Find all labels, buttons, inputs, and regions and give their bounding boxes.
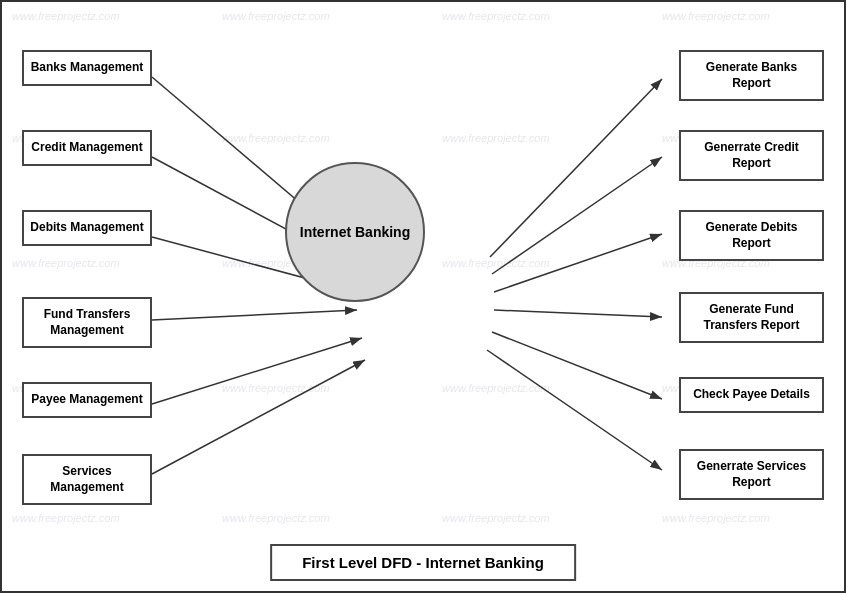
watermark-7: www.freeprojectz.com — [442, 132, 550, 144]
arrow-services-in — [152, 360, 365, 474]
banks-report-box: Generate Banks Report — [679, 50, 824, 101]
title-box: First Level DFD - Internet Banking — [270, 544, 576, 581]
watermark-19: www.freeprojectz.com — [442, 512, 550, 524]
arrow-credit-out — [492, 157, 662, 274]
services-report-label: Generrate Services Report — [697, 459, 806, 489]
arrow-fund-in — [152, 310, 357, 320]
fund-management-box: Fund Transfers Management — [22, 297, 152, 348]
credit-report-label: Generrate Credit Report — [704, 140, 799, 170]
center-circle: Internet Banking — [285, 162, 425, 302]
main-container: www.freeprojectz.com www.freeprojectz.co… — [0, 0, 846, 593]
banks-management-label: Banks Management — [31, 60, 144, 74]
watermark-2: www.freeprojectz.com — [222, 10, 330, 22]
watermark-1: www.freeprojectz.com — [12, 10, 120, 22]
credit-management-box: Credit Management — [22, 130, 152, 166]
watermark-4: www.freeprojectz.com — [662, 10, 770, 22]
arrow-payee-out — [492, 332, 662, 399]
diagram-title: First Level DFD - Internet Banking — [302, 554, 544, 571]
watermark-20: www.freeprojectz.com — [662, 512, 770, 524]
payee-management-box: Payee Management — [22, 382, 152, 418]
debits-management-label: Debits Management — [30, 220, 143, 234]
credit-management-label: Credit Management — [31, 140, 142, 154]
debits-report-box: Generate Debits Report — [679, 210, 824, 261]
center-label: Internet Banking — [300, 224, 410, 240]
banks-report-label: Generate Banks Report — [706, 60, 797, 90]
arrow-payee-in — [152, 338, 362, 404]
services-management-box: Services Management — [22, 454, 152, 505]
arrow-banks-out — [490, 79, 662, 257]
credit-report-box: Generrate Credit Report — [679, 130, 824, 181]
watermark-3: www.freeprojectz.com — [442, 10, 550, 22]
payee-details-label: Check Payee Details — [693, 387, 810, 401]
payee-details-box: Check Payee Details — [679, 377, 824, 413]
payee-management-label: Payee Management — [31, 392, 142, 406]
arrow-services-out — [487, 350, 662, 470]
services-report-box: Generrate Services Report — [679, 449, 824, 500]
services-management-label: Services Management — [50, 464, 123, 494]
arrow-debits-out — [494, 234, 662, 292]
banks-management-box: Banks Management — [22, 50, 152, 86]
fund-report-box: Generate Fund Transfers Report — [679, 292, 824, 343]
fund-management-label: Fund Transfers Management — [44, 307, 131, 337]
debits-report-label: Generate Debits Report — [705, 220, 797, 250]
watermark-17: www.freeprojectz.com — [12, 512, 120, 524]
debits-management-box: Debits Management — [22, 210, 152, 246]
arrow-fund-out — [494, 310, 662, 317]
watermark-14: www.freeprojectz.com — [222, 382, 330, 394]
watermark-6: www.freeprojectz.com — [222, 132, 330, 144]
fund-report-label: Generate Fund Transfers Report — [703, 302, 799, 332]
watermark-9: www.freeprojectz.com — [12, 257, 120, 269]
watermark-15: www.freeprojectz.com — [442, 382, 550, 394]
watermark-18: www.freeprojectz.com — [222, 512, 330, 524]
watermark-11: www.freeprojectz.com — [442, 257, 550, 269]
